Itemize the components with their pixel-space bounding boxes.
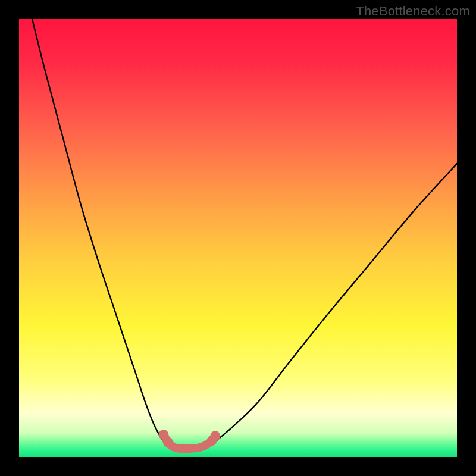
outer-frame: TheBottleneck.com	[0, 0, 476, 476]
plot-area	[19, 19, 457, 457]
accent-dot	[210, 431, 220, 441]
bottleneck-curve	[32, 19, 457, 449]
watermark-text: TheBottleneck.com	[356, 4, 470, 19]
accent-dot	[163, 437, 173, 447]
curve-layer	[19, 19, 457, 457]
